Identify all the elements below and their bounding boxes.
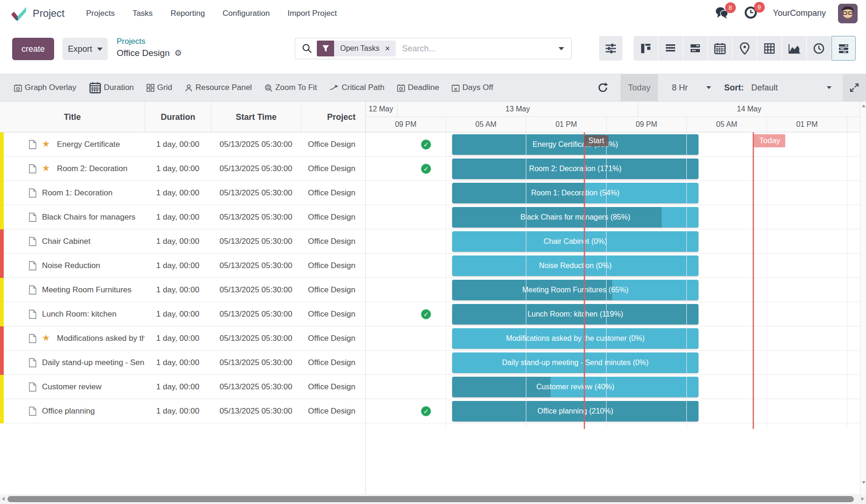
- task-title[interactable]: Room 1: Decoration: [42, 188, 145, 198]
- task-duration: 1 day, 00:00: [145, 310, 211, 319]
- gantt-bar[interactable]: Daily stand-up meeting - Send minutes (0…: [452, 352, 698, 373]
- sort-select[interactable]: Default: [751, 83, 831, 93]
- nav-item-import-project[interactable]: Import Project: [287, 9, 337, 18]
- priority-stripe: [0, 254, 4, 278]
- nav-item-configuration[interactable]: Configuration: [223, 9, 270, 18]
- gantt-bar[interactable]: Lunch Room: kitchen (119%): [452, 304, 698, 324]
- document-icon[interactable]: [29, 237, 36, 248]
- messages-button[interactable]: 8: [715, 7, 728, 21]
- view-button-gantt[interactable]: [831, 36, 856, 61]
- gantt-tool-deadline[interactable]: Deadline: [397, 83, 439, 92]
- view-button-pivot[interactable]: [757, 36, 782, 61]
- chevron-down-icon: [706, 86, 711, 89]
- column-header-title[interactable]: Title: [0, 102, 145, 132]
- gantt-bar[interactable]: Black Chairs for managers (85%): [452, 207, 698, 228]
- search-options-toggle[interactable]: [552, 38, 571, 59]
- document-icon[interactable]: [29, 213, 36, 224]
- horizontal-scrollbar-thumb[interactable]: [7, 496, 854, 502]
- gantt-bar[interactable]: Office planning (210%): [452, 401, 698, 421]
- view-button-graph[interactable]: [782, 36, 806, 61]
- task-title[interactable]: Energy Certificate: [57, 140, 145, 149]
- task-title[interactable]: Meeting Room Furnitures: [42, 285, 145, 295]
- task-title[interactable]: Lunch Room: kitchen: [42, 310, 145, 319]
- task-title[interactable]: Noise Reduction: [42, 261, 145, 270]
- task-title[interactable]: Chair Cabinet: [42, 237, 145, 246]
- document-icon[interactable]: [29, 407, 36, 418]
- search-input[interactable]: [402, 44, 552, 54]
- document-icon[interactable]: [29, 285, 36, 297]
- user-avatar[interactable]: [838, 4, 858, 23]
- task-title[interactable]: Customer review: [42, 382, 145, 392]
- gantt-bar[interactable]: Meeting Room Furnitures (65%): [452, 280, 698, 300]
- document-icon[interactable]: [29, 164, 36, 175]
- document-icon[interactable]: [29, 140, 36, 151]
- gantt-bar[interactable]: Chair Cabinet (0%): [452, 231, 698, 252]
- column-header-project[interactable]: Project: [301, 102, 365, 132]
- refresh-button[interactable]: [597, 82, 608, 93]
- scroll-left-arrow[interactable]: [2, 497, 5, 501]
- task-title[interactable]: Black Chairs for managers: [42, 213, 145, 222]
- document-icon[interactable]: [29, 334, 36, 345]
- view-button-calendar[interactable]: [708, 36, 732, 61]
- gantt-bar[interactable]: Noise Reduction (0%): [452, 255, 698, 276]
- breadcrumb-projects-link[interactable]: Projects: [117, 37, 182, 46]
- export-button[interactable]: Export: [63, 38, 108, 60]
- gantt-tool-days-off[interactable]: Days Off: [452, 83, 493, 92]
- document-icon[interactable]: [29, 310, 36, 321]
- gantt-tool-duration[interactable]: Duration: [89, 82, 134, 94]
- gantt-bar[interactable]: Room 2: Decoration (171%): [452, 159, 698, 179]
- scroll-down-arrow[interactable]: [862, 481, 866, 484]
- gantt-bar[interactable]: Customer review (40%): [452, 377, 698, 397]
- view-button-map-pin[interactable]: [733, 36, 757, 61]
- gantt-tool-grid[interactable]: Grid: [147, 83, 172, 92]
- gantt-bar[interactable]: Energy Certificate (333%): [452, 134, 698, 155]
- gantt-bar[interactable]: Modifications asked by the customer (0%): [452, 328, 698, 349]
- scroll-right-arrow[interactable]: [861, 497, 864, 501]
- activities-button[interactable]: 9: [744, 6, 757, 21]
- create-button[interactable]: create: [12, 38, 54, 60]
- document-icon[interactable]: [29, 382, 36, 394]
- scale-select[interactable]: 8 Hr: [672, 83, 711, 93]
- slot-grid-line: [686, 132, 687, 429]
- horizontal-scrollbar[interactable]: [0, 494, 866, 504]
- filter-chip-open-tasks[interactable]: Open Tasks ×: [317, 41, 396, 56]
- gantt-tool-resource-panel[interactable]: Resource Panel: [185, 83, 252, 92]
- task-title[interactable]: Daily stand-up meeting - Send minutes: [42, 358, 145, 367]
- view-button-activity-clock[interactable]: [807, 36, 831, 61]
- view-button-timeline[interactable]: [683, 36, 707, 61]
- view-button-list[interactable]: [658, 36, 683, 61]
- document-icon[interactable]: [29, 188, 36, 200]
- app-logo-icon[interactable]: [10, 5, 27, 22]
- document-icon[interactable]: [29, 261, 36, 272]
- expand-fullscreen-button[interactable]: [843, 74, 866, 101]
- nav-item-projects[interactable]: Projects: [86, 9, 114, 18]
- gear-icon[interactable]: ⚙: [175, 48, 182, 58]
- nav-item-tasks[interactable]: Tasks: [133, 9, 153, 18]
- gantt-tool-critical-path[interactable]: Critical Path: [329, 83, 384, 92]
- column-header-start-time[interactable]: Start Time: [211, 102, 301, 132]
- star-icon[interactable]: ★: [42, 138, 50, 149]
- star-icon[interactable]: ★: [42, 163, 50, 173]
- nav-item-reporting[interactable]: Reporting: [170, 9, 205, 18]
- task-title[interactable]: Room 2: Decoration: [57, 164, 145, 173]
- scroll-up-arrow[interactable]: [862, 104, 866, 107]
- filters-sliders-button[interactable]: [599, 36, 622, 61]
- gantt-tool-zoom-to-fit[interactable]: Zoom To Fit: [265, 83, 317, 92]
- gantt-tool-graph-overlay[interactable]: Graph Overlay: [14, 83, 77, 92]
- priority-stripe: [0, 399, 4, 423]
- table-row: Noise Reduction 1 day, 00:00 05/13/2025 …: [0, 254, 860, 278]
- star-icon[interactable]: ★: [42, 332, 50, 343]
- today-button[interactable]: Today: [621, 74, 658, 101]
- filter-remove-icon[interactable]: ×: [384, 44, 396, 54]
- company-menu[interactable]: YourCompany: [773, 8, 826, 18]
- view-button-kanban[interactable]: [634, 36, 658, 61]
- document-icon[interactable]: [29, 358, 36, 369]
- column-header-duration[interactable]: Duration: [145, 102, 211, 132]
- priority-stripe: [0, 132, 4, 157]
- priority-stripe: [0, 157, 4, 181]
- gantt-bar[interactable]: Room 1: Decoration (54%): [452, 183, 698, 203]
- column-header-label: Start Time: [236, 112, 277, 122]
- task-title[interactable]: Office planning: [42, 407, 145, 416]
- task-title[interactable]: Modifications asked by the customer: [57, 334, 145, 343]
- vertical-scrollbar[interactable]: [860, 102, 866, 494]
